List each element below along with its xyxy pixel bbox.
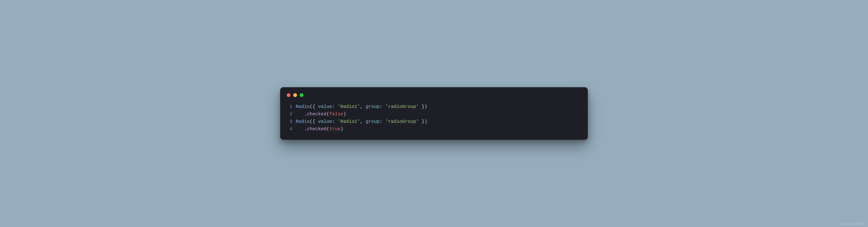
- token-str: 'radioGroup': [385, 104, 419, 109]
- line-content: Radio({ value: 'Radio1', group: 'radioGr…: [296, 103, 427, 111]
- line-number: 2: [286, 111, 292, 118]
- code-line: 3Radio({ value: 'Radio2', group: 'radioG…: [286, 118, 582, 125]
- token-punc: ): [343, 111, 346, 117]
- token-fn: Radio: [296, 104, 310, 109]
- token-punc: (: [327, 111, 329, 117]
- code-block: 1Radio({ value: 'Radio1', group: 'radioG…: [286, 103, 582, 133]
- token-punc: }): [419, 119, 427, 124]
- token-str: 'Radio2': [338, 119, 360, 124]
- token-prop: group: [366, 119, 380, 124]
- token-punc: ({: [310, 119, 318, 124]
- line-content: .checked(false): [296, 111, 346, 118]
- line-content: Radio({ value: 'Radio2', group: 'radioGr…: [296, 118, 427, 125]
- token-punc: :: [380, 104, 385, 109]
- token-punc: .: [296, 126, 307, 131]
- token-punc: :: [332, 104, 338, 109]
- token-meth: checked: [307, 111, 327, 117]
- token-kw: true: [329, 126, 341, 131]
- token-prop: value: [318, 104, 332, 109]
- zoom-icon[interactable]: [300, 93, 304, 97]
- token-punc: (: [327, 126, 329, 131]
- code-window: 1Radio({ value: 'Radio1', group: 'radioG…: [280, 87, 588, 140]
- line-number: 1: [286, 103, 292, 111]
- line-number: 3: [286, 118, 292, 125]
- close-icon[interactable]: [287, 93, 290, 97]
- window-titlebar: [286, 92, 582, 103]
- token-str: 'radioGroup': [385, 119, 419, 124]
- token-punc: ({: [310, 104, 318, 109]
- token-str: 'Radio1': [338, 104, 360, 109]
- token-fn: Radio: [296, 119, 310, 124]
- token-punc: .: [296, 111, 307, 117]
- token-punc: }): [419, 104, 427, 109]
- minimize-icon[interactable]: [293, 93, 297, 97]
- token-prop: value: [318, 119, 332, 124]
- token-punc: :: [380, 119, 385, 124]
- token-punc: :: [332, 119, 338, 124]
- token-meth: checked: [307, 126, 327, 131]
- token-punc: ): [341, 126, 343, 131]
- token-kw: false: [329, 111, 343, 117]
- token-punc: ,: [360, 119, 366, 124]
- code-line: 2 .checked(false): [286, 111, 582, 118]
- code-line: 4 .checked(true): [286, 125, 582, 133]
- code-line: 1Radio({ value: 'Radio1', group: 'radioG…: [286, 103, 582, 111]
- line-content: .checked(true): [296, 125, 343, 133]
- watermark-text: CSDN @大才程序员: [841, 222, 866, 226]
- token-punc: ,: [360, 104, 366, 109]
- token-prop: group: [366, 104, 380, 109]
- line-number: 4: [286, 125, 292, 133]
